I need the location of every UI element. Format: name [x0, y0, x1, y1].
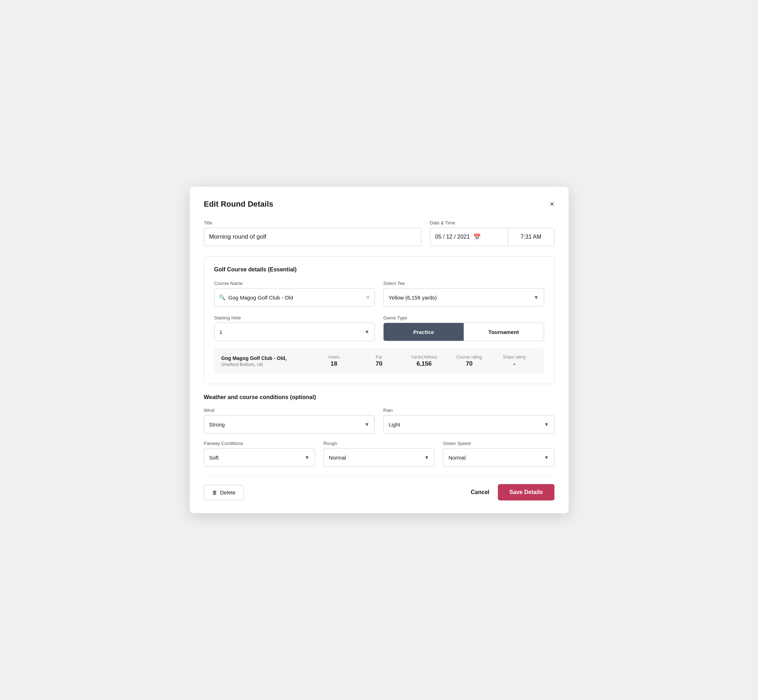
starting-hole-label: Starting Hole	[214, 315, 375, 320]
calendar-icon: 📅	[473, 233, 481, 241]
course-info-name: Gog Magog Golf Club - Old,	[221, 355, 312, 361]
fairway-dropdown[interactable]: Soft ▼	[204, 448, 315, 467]
starting-hole-value: 1	[219, 329, 222, 335]
time-value: 7:31 AM	[521, 234, 542, 240]
wind-field: Wind Strong ▼	[204, 408, 375, 434]
fairway-value: Soft	[209, 455, 219, 461]
green-speed-field: Green Speed Normal ▼	[443, 441, 554, 467]
rain-dropdown[interactable]: Light ▼	[383, 415, 554, 434]
slope-rating-value: -	[513, 360, 515, 367]
clear-icon[interactable]: ✕	[366, 295, 370, 300]
title-input[interactable]	[204, 228, 421, 246]
weather-title: Weather and course conditions (optional)	[204, 394, 554, 400]
wind-rain-row: Wind Strong ▼ Rain Light ▼	[204, 408, 554, 434]
top-row: Title Date & Time 05 / 12 / 2021 📅 7:31 …	[204, 220, 554, 246]
chevron-down-icon: ▼	[544, 422, 549, 427]
edit-round-modal: Edit Round Details × Title Date & Time 0…	[190, 187, 568, 513]
course-stat-slope-rating: Slope rating -	[492, 355, 537, 367]
starting-hole-game-type-row: Starting Hole 1 ▼ Game Type Practice Tou…	[214, 315, 544, 341]
golf-course-title: Golf Course details (Essential)	[214, 266, 544, 273]
holes-label: Holes	[329, 355, 340, 359]
course-stat-course-rating: Course rating 70	[446, 355, 492, 367]
fairway-rough-green-row: Fairway Conditions Soft ▼ Rough Normal ▼…	[204, 441, 554, 467]
wind-dropdown[interactable]: Strong ▼	[204, 415, 375, 434]
select-tee-label: Select Tee	[383, 281, 544, 286]
course-name-field: Course Name 🔍 Gog Magog Golf Club - Old …	[214, 281, 375, 306]
delete-button[interactable]: 🗑 Delete	[204, 485, 244, 500]
course-name-tee-row: Course Name 🔍 Gog Magog Golf Club - Old …	[214, 281, 544, 306]
course-info-row: Gog Magog Golf Club - Old, Shelford Bott…	[214, 348, 544, 374]
yards-label: Yards(Yellow)	[411, 355, 437, 359]
rain-field: Rain Light ▼	[383, 408, 554, 434]
save-button[interactable]: Save Details	[498, 484, 554, 500]
datetime-field-group: Date & Time 05 / 12 / 2021 📅 7:31 AM	[430, 220, 554, 246]
chevron-down-icon: ▼	[534, 295, 539, 300]
par-label: Par	[376, 355, 382, 359]
search-icon: 🔍	[219, 294, 226, 300]
course-stat-yards: Yards(Yellow) 6,156	[401, 355, 446, 367]
course-info-location: Shelford Bottom, UK	[221, 362, 312, 367]
slope-rating-label: Slope rating	[503, 355, 526, 359]
weather-section: Weather and course conditions (optional)…	[204, 394, 554, 467]
course-info-name-group: Gog Magog Golf Club - Old, Shelford Bott…	[221, 355, 312, 367]
modal-title: Edit Round Details	[204, 200, 274, 209]
select-tee-value: Yellow (6,156 yards)	[388, 295, 437, 300]
practice-button[interactable]: Practice	[384, 323, 464, 341]
game-type-field: Game Type Practice Tournament	[383, 315, 544, 341]
rough-dropdown[interactable]: Normal ▼	[324, 448, 434, 467]
tournament-button[interactable]: Tournament	[464, 323, 544, 341]
rough-field: Rough Normal ▼	[324, 441, 434, 467]
footer-right: Cancel Save Details	[471, 484, 554, 500]
wind-label: Wind	[204, 408, 375, 413]
green-speed-value: Normal	[448, 455, 465, 461]
golf-course-section: Golf Course details (Essential) Course N…	[204, 256, 554, 384]
title-label: Title	[204, 220, 421, 225]
chevron-down-icon: ▼	[424, 455, 429, 460]
chevron-down-icon: ▼	[365, 422, 370, 427]
wind-value: Strong	[209, 422, 225, 428]
game-type-label: Game Type	[383, 315, 544, 320]
time-input[interactable]: 7:31 AM	[508, 228, 554, 246]
course-name-input[interactable]: 🔍 Gog Magog Golf Club - Old ✕	[214, 288, 375, 306]
rain-label: Rain	[383, 408, 554, 413]
chevron-down-icon: ▼	[305, 455, 310, 460]
course-rating-label: Course rating	[456, 355, 482, 359]
datetime-label: Date & Time	[430, 220, 554, 225]
starting-hole-field: Starting Hole 1 ▼	[214, 315, 375, 341]
rain-value: Light	[388, 422, 400, 428]
footer-row: 🗑 Delete Cancel Save Details	[204, 477, 554, 500]
chevron-down-icon: ▼	[544, 455, 549, 460]
course-rating-value: 70	[466, 360, 473, 367]
game-type-toggle: Practice Tournament	[383, 323, 544, 341]
title-field-group: Title	[204, 220, 421, 246]
datetime-group: 05 / 12 / 2021 📅 7:31 AM	[430, 228, 554, 246]
cancel-button[interactable]: Cancel	[471, 489, 489, 495]
modal-header: Edit Round Details ×	[204, 200, 554, 209]
yards-value: 6,156	[417, 360, 432, 367]
fairway-field: Fairway Conditions Soft ▼	[204, 441, 315, 467]
course-stat-par: Par 70	[357, 355, 402, 367]
select-tee-dropdown[interactable]: Yellow (6,156 yards) ▼	[383, 288, 544, 306]
select-tee-field: Select Tee Yellow (6,156 yards) ▼	[383, 281, 544, 306]
holes-value: 18	[330, 360, 337, 367]
delete-label: Delete	[220, 489, 236, 495]
par-value: 70	[376, 360, 382, 367]
course-name-label: Course Name	[214, 281, 375, 286]
date-input[interactable]: 05 / 12 / 2021 📅	[430, 228, 508, 246]
date-value: 05 / 12 / 2021	[435, 234, 470, 240]
course-name-value: Gog Magog Golf Club - Old	[229, 295, 363, 300]
fairway-label: Fairway Conditions	[204, 441, 315, 446]
close-button[interactable]: ×	[550, 200, 554, 208]
green-speed-label: Green Speed	[443, 441, 554, 446]
course-stat-holes: Holes 18	[312, 355, 357, 367]
rough-label: Rough	[324, 441, 434, 446]
trash-icon: 🗑	[212, 489, 218, 495]
chevron-down-icon: ▼	[365, 329, 370, 335]
rough-value: Normal	[329, 455, 346, 461]
starting-hole-dropdown[interactable]: 1 ▼	[214, 323, 375, 341]
green-speed-dropdown[interactable]: Normal ▼	[443, 448, 554, 467]
